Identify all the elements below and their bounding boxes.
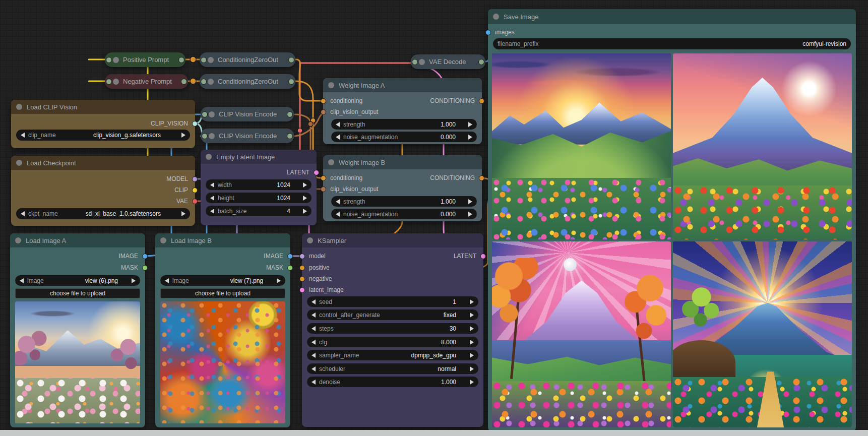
positive-input-dot[interactable] (299, 265, 305, 271)
collapse-toggle-icon[interactable] (16, 104, 22, 110)
widget-right-arrow-icon[interactable] (181, 211, 185, 216)
widget-left-arrow-icon[interactable] (336, 135, 340, 140)
input-slot-clip-vision-output[interactable]: clip_vision_output (323, 184, 482, 194)
input-slot-positive[interactable]: positive (302, 263, 483, 272)
model-output-dot[interactable] (192, 176, 198, 182)
widget-image-file[interactable]: image view (6).png (15, 275, 140, 286)
node-conditioning-zero-out-1[interactable]: ConditioningZeroOut (200, 52, 295, 67)
widget-image-file[interactable]: image view (7).png (160, 275, 285, 286)
output-slot-mask[interactable]: MASK (10, 263, 145, 272)
collapsed-input-dot[interactable] (202, 133, 208, 139)
collapse-toggle-icon[interactable] (328, 82, 334, 88)
widget-left-arrow-icon[interactable] (312, 380, 316, 385)
widget-strength[interactable]: strength 1.000 (331, 196, 477, 207)
widget-right-arrow-icon[interactable] (303, 182, 307, 188)
collapse-toggle-icon[interactable] (206, 154, 212, 160)
collapsed-input-dot[interactable] (201, 79, 207, 85)
node-weight-image-b[interactable]: Weight Image B conditioning CONDITIONING… (323, 155, 482, 221)
collapse-toggle-icon[interactable] (493, 14, 499, 20)
collapse-toggle-icon[interactable] (113, 57, 119, 63)
output-slot-conditioning[interactable]: CONDITIONING (323, 96, 482, 105)
mask-output-dot[interactable] (142, 265, 148, 271)
output-slot-image[interactable]: IMAGE (155, 252, 290, 261)
collapsed-input-dot[interactable] (202, 111, 208, 117)
collapse-toggle-icon[interactable] (209, 111, 215, 117)
image-output-dot[interactable] (287, 254, 293, 259)
node-vae-decode[interactable]: VAE Decode (411, 54, 485, 69)
clip-vision-output-dot[interactable] (192, 121, 198, 127)
node-graph-canvas[interactable]: Positive Prompt Negative Prompt Conditio… (0, 0, 868, 436)
node-load-image-a[interactable]: Load Image A IMAGE MASK image view (6).p… (10, 233, 145, 427)
widget-batch-size[interactable]: batch_size 4 (206, 206, 312, 216)
widget-right-arrow-icon[interactable] (470, 313, 474, 318)
node-ksampler[interactable]: KSampler model LATENT positive negative … (302, 233, 483, 427)
widget-left-arrow-icon[interactable] (20, 278, 24, 283)
widget-left-arrow-icon[interactable] (210, 196, 214, 201)
node-load-image-b[interactable]: Load Image B IMAGE MASK image view (7).p… (155, 233, 290, 427)
widget-right-arrow-icon[interactable] (468, 122, 472, 127)
widget-right-arrow-icon[interactable] (303, 209, 307, 214)
input-slot-negative[interactable]: negative (302, 274, 483, 283)
reroute-dot[interactable] (308, 121, 313, 127)
output-slot-vae[interactable]: VAE (11, 197, 195, 206)
widget-seed[interactable]: seed 1 (307, 296, 478, 307)
output-slot-latent[interactable]: LATENT (201, 168, 317, 177)
input-slot-images[interactable]: images (488, 28, 856, 37)
node-header[interactable]: Weight Image A (323, 78, 482, 92)
widget-noise-augmentation[interactable]: noise_augmentation 0.000 (331, 132, 477, 142)
widget-right-arrow-icon[interactable] (277, 278, 281, 283)
widget-sampler-name[interactable]: sampler_name dpmpp_sde_gpu (307, 350, 478, 360)
widget-clip-name[interactable]: clip_name clip_vision_g.safetensors (16, 130, 190, 141)
widget-left-arrow-icon[interactable] (21, 211, 25, 216)
collapsed-output-dot[interactable] (478, 59, 484, 65)
collapse-toggle-icon[interactable] (16, 160, 22, 166)
widget-right-arrow-icon[interactable] (470, 326, 474, 331)
collapse-toggle-icon[interactable] (328, 159, 334, 165)
collapse-toggle-icon[interactable] (160, 237, 166, 243)
input-slot-clip-vision-output[interactable]: clip_vision_output (323, 107, 482, 116)
widget-width[interactable]: width 1024 (206, 179, 312, 190)
node-header[interactable]: Load Checkpoint (11, 156, 195, 170)
output-slot-latent[interactable]: LATENT (302, 252, 483, 261)
widget-noise-augmentation[interactable]: noise_augmentation 0.000 (331, 209, 477, 219)
collapsed-output-dot[interactable] (288, 79, 294, 85)
widget-height[interactable]: height 1024 (206, 193, 312, 203)
node-header[interactable]: KSampler (302, 233, 483, 247)
clip-vision-output-input-dot[interactable] (321, 109, 326, 115)
output-slot-clip[interactable]: CLIP (11, 185, 195, 195)
widget-left-arrow-icon[interactable] (312, 340, 316, 345)
collapse-toggle-icon[interactable] (208, 79, 214, 85)
clip-vision-output-input-dot[interactable] (321, 186, 326, 192)
widget-left-arrow-icon[interactable] (210, 182, 214, 188)
collapsed-input-dot[interactable] (106, 79, 112, 85)
widget-scheduler[interactable]: scheduler normal (307, 363, 478, 374)
node-header[interactable]: Save Image (488, 9, 856, 24)
node-weight-image-a[interactable]: Weight Image A conditioning CONDITIONING… (323, 78, 482, 144)
widget-right-arrow-icon[interactable] (470, 299, 474, 304)
reroute-dot[interactable] (297, 128, 302, 133)
output-slot-image[interactable]: IMAGE (10, 252, 145, 261)
widget-steps[interactable]: steps 30 (307, 323, 478, 334)
node-load-checkpoint[interactable]: Load Checkpoint MODEL CLIP VAE ckpt_name… (11, 156, 195, 226)
output-slot-clip-vision[interactable]: CLIP_VISION (11, 119, 195, 128)
collapsed-input-dot[interactable] (412, 59, 418, 65)
collapsed-output-dot[interactable] (178, 57, 184, 63)
widget-right-arrow-icon[interactable] (470, 380, 474, 385)
node-conditioning-zero-out-2[interactable]: ConditioningZeroOut (200, 74, 295, 89)
node-negative-prompt[interactable]: Negative Prompt (105, 74, 188, 89)
negative-input-dot[interactable] (299, 276, 305, 282)
node-header[interactable]: Load CLIP Vision (11, 100, 195, 114)
node-header[interactable]: Load Image B (155, 233, 290, 247)
widget-right-arrow-icon[interactable] (468, 135, 472, 140)
output-slot-model[interactable]: MODEL (11, 174, 195, 183)
latent-output-dot[interactable] (314, 170, 319, 175)
collapsed-output-dot[interactable] (288, 57, 294, 63)
collapse-toggle-icon[interactable] (307, 237, 313, 243)
widget-left-arrow-icon[interactable] (336, 199, 340, 204)
widget-cfg[interactable]: cfg 8.000 (307, 337, 478, 347)
widget-left-arrow-icon[interactable] (336, 122, 340, 127)
collapsed-output-dot[interactable] (181, 79, 187, 85)
widget-left-arrow-icon[interactable] (210, 209, 214, 214)
conditioning-output-dot[interactable] (479, 175, 484, 181)
vae-output-dot[interactable] (192, 199, 198, 204)
